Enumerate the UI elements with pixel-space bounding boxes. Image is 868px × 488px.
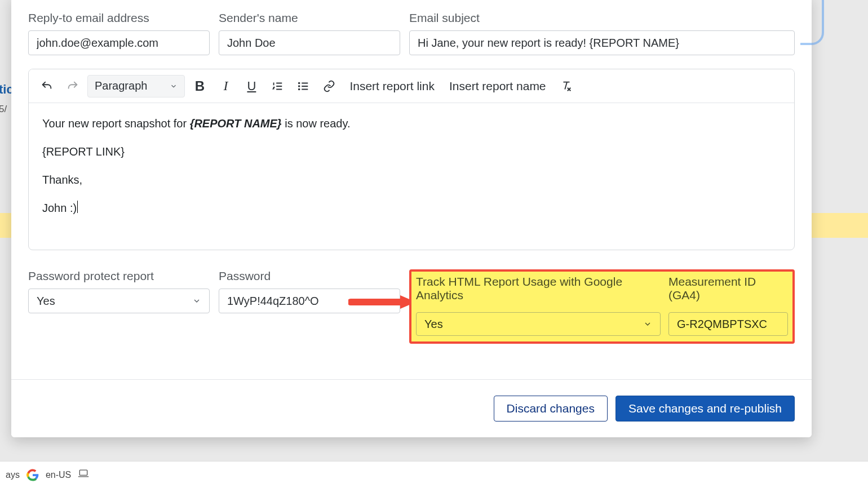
ga-measurement-id-label: Measurement ID (GA4) bbox=[668, 275, 788, 302]
paragraph-style-select[interactable]: Paragraph bbox=[87, 75, 185, 97]
ga-track-value: Yes bbox=[424, 318, 443, 331]
report-settings-modal: Reply-to email address Sender's name Ema… bbox=[11, 0, 812, 437]
svg-point-8 bbox=[299, 86, 300, 87]
password-protect-label: Password protect report bbox=[28, 269, 210, 283]
editor-line: John :) bbox=[42, 199, 781, 217]
reply-to-input[interactable] bbox=[28, 30, 210, 55]
status-locale: en-US bbox=[46, 470, 71, 480]
editor-text: John :) bbox=[42, 202, 77, 214]
insert-report-link-button[interactable]: Insert report link bbox=[344, 75, 440, 97]
text-cursor bbox=[77, 201, 78, 213]
editor-line: Your new report snapshot for {REPORT NAM… bbox=[42, 114, 781, 132]
ga-measurement-id-input[interactable] bbox=[668, 312, 788, 336]
annotation-arrow-icon bbox=[348, 294, 416, 310]
status-bar: ays en-US bbox=[0, 461, 868, 488]
undo-icon bbox=[41, 80, 53, 92]
status-text-ays: ays bbox=[6, 470, 20, 480]
email-subject-label: Email subject bbox=[409, 11, 795, 25]
password-label: Password bbox=[219, 269, 400, 283]
editor-line: {REPORT LINK} bbox=[42, 143, 781, 161]
password-protect-value: Yes bbox=[37, 295, 55, 308]
editor-content[interactable]: Your new report snapshot for {REPORT NAM… bbox=[29, 103, 794, 250]
editor-line: Thanks, bbox=[42, 171, 781, 189]
scroll-indicator bbox=[800, 0, 824, 45]
email-subject-input[interactable] bbox=[409, 30, 795, 55]
editor-text: is now ready. bbox=[282, 117, 351, 130]
google-icon bbox=[26, 469, 39, 481]
underline-button[interactable]: U bbox=[240, 75, 263, 97]
sender-name-label: Sender's name bbox=[219, 11, 400, 25]
password-protect-select[interactable]: Yes bbox=[28, 289, 210, 313]
clear-format-icon bbox=[560, 80, 573, 92]
svg-point-9 bbox=[299, 88, 300, 90]
ga-track-select[interactable]: Yes bbox=[416, 312, 661, 336]
link-icon bbox=[323, 80, 335, 92]
email-body-editor: Paragraph B I U Insert report link Inser… bbox=[28, 69, 795, 250]
undo-button[interactable] bbox=[36, 75, 58, 97]
ga-highlight-box: Track HTML Report Usage with Google Anal… bbox=[409, 269, 795, 344]
save-button[interactable]: Save changes and re-publish bbox=[615, 396, 795, 422]
unordered-list-button[interactable] bbox=[292, 75, 315, 97]
chevron-down-icon bbox=[170, 82, 178, 90]
svg-rect-0 bbox=[80, 470, 87, 475]
redo-button[interactable] bbox=[61, 75, 84, 97]
laptop-icon bbox=[78, 469, 89, 481]
reply-to-label: Reply-to email address bbox=[28, 11, 210, 25]
backdrop-text-date: 5/ bbox=[0, 104, 7, 115]
editor-toolbar: Paragraph B I U Insert report link Inser… bbox=[29, 69, 794, 103]
ordered-list-icon bbox=[271, 80, 284, 92]
unordered-list-icon bbox=[297, 80, 309, 92]
ordered-list-button[interactable] bbox=[266, 75, 289, 97]
bold-button[interactable]: B bbox=[188, 75, 211, 97]
svg-point-7 bbox=[299, 82, 300, 83]
clear-format-button[interactable] bbox=[555, 75, 578, 97]
italic-button[interactable]: I bbox=[214, 75, 237, 97]
chevron-down-icon bbox=[643, 320, 652, 329]
paragraph-style-label: Paragraph bbox=[95, 79, 147, 92]
modal-footer: Discard changes Save changes and re-publ… bbox=[11, 379, 812, 437]
chevron-down-icon bbox=[192, 296, 201, 305]
discard-button[interactable]: Discard changes bbox=[494, 396, 608, 422]
editor-text: Your new report snapshot for bbox=[42, 117, 190, 130]
sender-name-input[interactable] bbox=[219, 30, 400, 55]
insert-report-name-button[interactable]: Insert report name bbox=[444, 75, 552, 97]
editor-placeholder-bold: {REPORT NAME} bbox=[190, 117, 282, 130]
redo-icon bbox=[67, 80, 79, 92]
link-button[interactable] bbox=[318, 75, 340, 97]
ga-track-label: Track HTML Report Usage with Google Anal… bbox=[416, 275, 661, 302]
